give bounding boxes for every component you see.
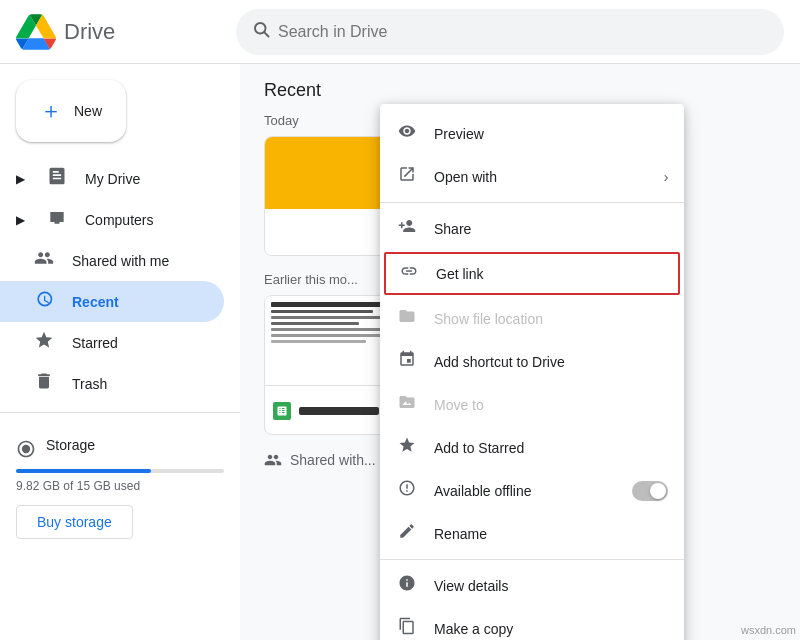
toggle-knob: [650, 483, 666, 499]
storage-bar-fill: [16, 469, 151, 473]
buy-storage-button[interactable]: Buy storage: [16, 505, 133, 539]
chevron-icon: ▶: [16, 213, 25, 227]
menu-item-open-with[interactable]: Open with ›: [380, 155, 684, 198]
shared-icon: [32, 248, 56, 273]
menu-item-get-link[interactable]: Get link: [384, 252, 680, 295]
preview-icon: [396, 122, 418, 145]
shared-with-icon: [264, 451, 282, 469]
menu-item-label: View details: [434, 578, 508, 594]
storage-used-text: 9.82 GB of 15 GB used: [16, 479, 224, 493]
menu-item-move-to: Move to: [380, 383, 684, 426]
sidebar-item-label: Trash: [72, 376, 107, 392]
recent-icon: [32, 289, 56, 314]
storage-section: Storage 9.82 GB of 15 GB used Buy storag…: [0, 421, 240, 555]
storage-bar-background: [16, 469, 224, 473]
menu-item-make-copy[interactable]: Make a copy: [380, 607, 684, 640]
new-plus-icon: ＋: [40, 96, 62, 126]
menu-item-show-file-location: Show file location: [380, 297, 684, 340]
header: Drive: [0, 0, 800, 64]
sidebar-item-trash[interactable]: Trash: [0, 363, 224, 404]
sidebar-item-label: My Drive: [85, 171, 140, 187]
svg-point-2: [22, 445, 30, 453]
sidebar-item-recent[interactable]: Recent: [0, 281, 224, 322]
menu-item-label: Add shortcut to Drive: [434, 354, 565, 370]
menu-item-available-offline[interactable]: Available offline: [380, 469, 684, 512]
offline-icon: [396, 479, 418, 502]
section-title: Recent: [264, 80, 776, 101]
copy-icon: [396, 617, 418, 640]
menu-item-label: Move to: [434, 397, 484, 413]
shared-with-label: Shared with...: [290, 452, 376, 468]
new-button[interactable]: ＋ New: [16, 80, 126, 142]
chevron-icon: ▶: [16, 172, 25, 186]
info-icon: [396, 574, 418, 597]
context-menu: Preview Open with › Share: [380, 104, 684, 640]
drive-logo-icon: [16, 12, 56, 52]
trash-icon: [32, 371, 56, 396]
sidebar-item-label: Recent: [72, 294, 119, 310]
menu-item-label: Open with: [434, 169, 497, 185]
sidebar-item-computers[interactable]: ▶ Computers: [0, 199, 224, 240]
add-shortcut-icon: [396, 350, 418, 373]
folder-icon: [396, 307, 418, 330]
menu-item-label: Preview: [434, 126, 484, 142]
link-icon: [398, 262, 420, 285]
sidebar: ＋ New ▶ My Drive ▶ Computers Shared with…: [0, 64, 240, 640]
menu-item-label: Make a copy: [434, 621, 513, 637]
search-input[interactable]: [278, 23, 768, 41]
menu-item-rename[interactable]: Rename: [380, 512, 684, 555]
sidebar-item-label: Shared with me: [72, 253, 169, 269]
sidebar-item-starred[interactable]: Starred: [0, 322, 224, 363]
body: ＋ New ▶ My Drive ▶ Computers Shared with…: [0, 64, 800, 640]
new-button-label: New: [74, 103, 102, 119]
star-icon: [396, 436, 418, 459]
menu-item-label: Available offline: [434, 483, 532, 499]
menu-item-share[interactable]: Share: [380, 207, 684, 250]
storage-label: Storage: [46, 437, 95, 453]
open-with-icon: [396, 165, 418, 188]
sidebar-item-shared[interactable]: Shared with me: [0, 240, 224, 281]
rename-icon: [396, 522, 418, 545]
google-sheets-icon: [273, 402, 291, 420]
logo-area: Drive: [16, 12, 236, 52]
watermark: wsxdn.com: [741, 624, 796, 636]
sidebar-item-my-drive[interactable]: ▶ My Drive: [0, 158, 224, 199]
menu-divider-2: [380, 559, 684, 560]
menu-item-label: Show file location: [434, 311, 543, 327]
starred-icon: [32, 330, 56, 355]
menu-item-preview[interactable]: Preview: [380, 112, 684, 155]
sidebar-divider: [0, 412, 240, 413]
storage-icon: [16, 439, 36, 459]
menu-item-add-starred[interactable]: Add to Starred: [380, 426, 684, 469]
menu-item-label: Get link: [436, 266, 483, 282]
menu-item-label: Add to Starred: [434, 440, 524, 456]
offline-toggle[interactable]: [632, 481, 668, 501]
app-name: Drive: [64, 19, 115, 45]
menu-item-label: Rename: [434, 526, 487, 542]
move-icon: [396, 393, 418, 416]
sidebar-item-label: Starred: [72, 335, 118, 351]
menu-item-label: Share: [434, 221, 471, 237]
sidebar-item-label: Computers: [85, 212, 153, 228]
menu-item-add-shortcut[interactable]: Add shortcut to Drive: [380, 340, 684, 383]
menu-item-view-details[interactable]: View details: [380, 564, 684, 607]
computers-icon: [45, 207, 69, 232]
search-bar[interactable]: [236, 9, 784, 55]
my-drive-icon: [45, 166, 69, 191]
share-icon: [396, 217, 418, 240]
menu-divider: [380, 202, 684, 203]
main-content: Recent Today Earlier this mo...: [240, 64, 800, 640]
chevron-right-icon: ›: [664, 169, 669, 185]
search-icon: [252, 20, 270, 43]
svg-line-1: [264, 32, 268, 36]
